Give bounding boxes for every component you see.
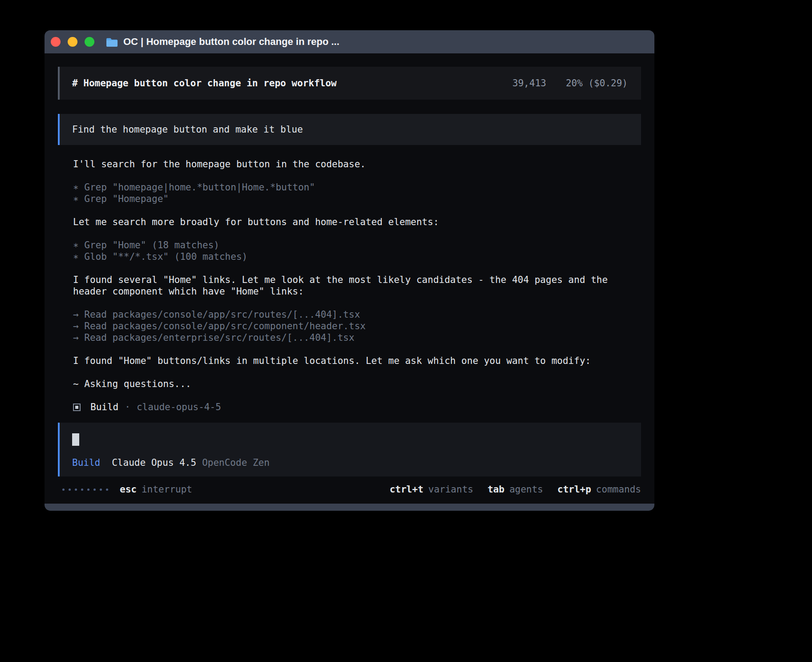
assistant-paragraph: I found "Home" buttons/links in multiple…	[73, 355, 641, 367]
terminal-window: OC | Homepage button color change in rep…	[45, 30, 654, 511]
model-label: Claude Opus 4.5	[112, 457, 196, 468]
zoom-button[interactable]	[85, 37, 94, 47]
mode-label: Build	[72, 457, 100, 468]
text-cursor	[72, 433, 79, 446]
assistant-paragraph: Let me search more broadly for buttons a…	[73, 216, 641, 228]
glob-tool-call: ∗ Glob "**/*.tsx" (100 matches)	[73, 251, 641, 262]
read-tool-call: → Read packages/enterprise/src/routes/[.…	[73, 332, 641, 343]
folder-icon	[106, 37, 118, 47]
titlebar-title-wrap: OC | Homepage button color change in rep…	[106, 36, 339, 48]
close-button[interactable]	[51, 37, 61, 47]
variants-label: variants	[428, 484, 473, 495]
terminal-content: # Homepage button color change in repo w…	[45, 53, 654, 504]
commands-label: commands	[596, 484, 641, 495]
variants-key: ctrl+t	[390, 484, 423, 495]
agent-status-row: Build · claude-opus-4-5	[73, 401, 641, 413]
assistant-paragraph: I found several "Home" links. Let me loo…	[73, 274, 641, 297]
status-bar: esc interrupt ctrl+t variants tab agents…	[58, 484, 641, 495]
agent-model: claude-opus-4-5	[137, 401, 221, 413]
esc-key: esc	[120, 484, 137, 495]
tool-call-group: ∗ Grep "homepage|home.*button|Home.*butt…	[73, 182, 641, 205]
grep-tool-call: ∗ Grep "Home" (18 matches)	[73, 239, 641, 251]
interrupt-label: interrupt	[142, 484, 192, 495]
read-tool-call: → Read packages/console/app/src/componen…	[73, 320, 641, 332]
user-message: Find the homepage button and make it blu…	[58, 114, 641, 145]
status-bar-right: ctrl+t variants tab agents ctrl+p comman…	[390, 484, 641, 495]
shortcut-interrupt: esc interrupt	[120, 484, 192, 495]
prompt-input[interactable]: Build Claude Opus 4.5 OpenCode Zen	[58, 423, 641, 476]
commands-key: ctrl+p	[557, 484, 591, 495]
read-tool-group: → Read packages/console/app/src/routes/[…	[73, 309, 641, 343]
assistant-transcript: I'll search for the homepage button in t…	[73, 158, 641, 413]
status-line: ~ Asking questions...	[73, 378, 641, 390]
provider-label: OpenCode Zen	[202, 457, 270, 468]
shortcut-variants: ctrl+t variants	[390, 484, 473, 495]
read-tool-call: → Read packages/console/app/src/routes/[…	[73, 309, 641, 320]
window-titlebar[interactable]: OC | Homepage button color change in rep…	[45, 30, 654, 53]
agent-icon	[73, 404, 81, 411]
grep-tool-call: ∗ Grep "Homepage"	[73, 193, 641, 205]
session-title: # Homepage button color change in repo w…	[72, 77, 337, 89]
agent-name: Build	[90, 401, 118, 413]
tool-call-group: ∗ Grep "Home" (18 matches) ∗ Glob "**/*.…	[73, 239, 641, 262]
agents-key: tab	[487, 484, 504, 495]
input-status-line: Build Claude Opus 4.5 OpenCode Zen	[72, 457, 629, 468]
session-stats: 39,413 20% ($0.29)	[512, 77, 628, 89]
shortcut-commands: ctrl+p commands	[557, 484, 641, 495]
agents-label: agents	[509, 484, 543, 495]
spinner-dots	[62, 488, 108, 491]
grep-tool-call: ∗ Grep "homepage|home.*button|Home.*butt…	[73, 182, 641, 193]
shortcut-agents: tab agents	[487, 484, 543, 495]
minimize-button[interactable]	[68, 37, 77, 47]
token-count: 39,413	[512, 77, 546, 89]
window-bottom-edge	[45, 504, 654, 511]
window-title: OC | Homepage button color change in rep…	[123, 36, 339, 48]
context-usage: 20% ($0.29)	[566, 77, 628, 89]
agent-separator: ·	[125, 401, 130, 413]
traffic-lights	[51, 37, 94, 47]
assistant-paragraph: I'll search for the homepage button in t…	[73, 158, 641, 170]
session-header: # Homepage button color change in repo w…	[58, 67, 641, 100]
status-bar-left: esc interrupt	[58, 484, 192, 495]
user-message-text: Find the homepage button and make it blu…	[72, 124, 303, 135]
